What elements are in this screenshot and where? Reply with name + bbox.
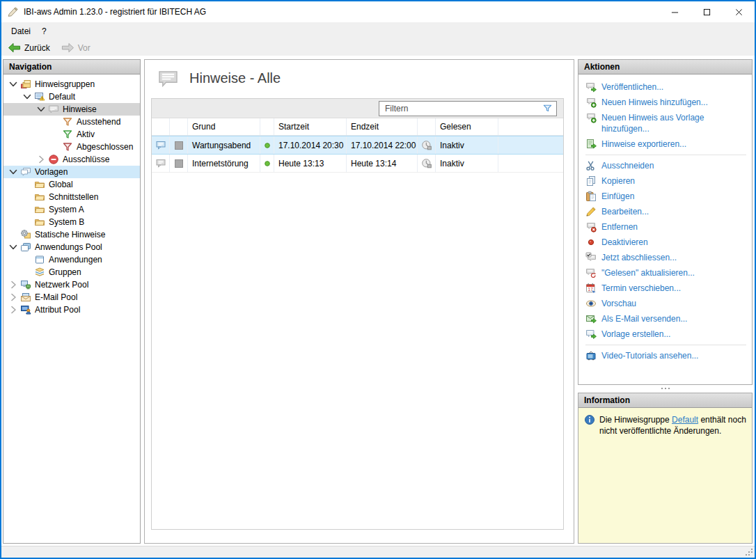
chevron-down-icon[interactable] (8, 79, 19, 90)
calendar-red-icon: 17 (585, 283, 597, 294)
action-gelesen-aktualisieren[interactable]: "Gelesen" aktualisieren... (583, 265, 749, 281)
action-label: Ausschneiden (601, 160, 654, 171)
mail-send-icon (585, 313, 597, 324)
col-gelesen[interactable]: Gelesen (436, 118, 498, 135)
folder-icon (34, 216, 45, 228)
close-button[interactable] (723, 1, 755, 22)
sidebar-item-vorlagen[interactable]: Vorlagen (3, 166, 140, 178)
sidebar-item-statische-hinweise[interactable]: Statische Hinweise (3, 228, 140, 241)
menu-item-datei[interactable]: Datei (6, 24, 36, 38)
status-bar (1, 546, 755, 558)
gray-square-icon (173, 158, 184, 169)
chevron-right-icon[interactable] (8, 304, 19, 315)
sidebar-item-system-a[interactable]: System A (3, 203, 140, 216)
table-row-internetstörung[interactable]: InternetstörungHeute 13:13Heute 13:14Ina… (152, 155, 563, 173)
action-label: Termin verschieben... (601, 283, 681, 294)
action-als-e-mail-versenden[interactable]: Als E-Mail versenden... (583, 311, 749, 326)
sidebar-item-hinweisgruppen[interactable]: Hinweisgruppen (3, 78, 140, 90)
action-video-tutorials-ansehen[interactable]: Video-Tutorials ansehen... (583, 348, 749, 363)
table-header: Grund Startzeit Endzeit Gelesen (152, 118, 563, 136)
chevron-right-icon[interactable] (8, 292, 19, 303)
sidebar-item-schnittstellen[interactable]: Schnittstellen (3, 191, 140, 203)
sidebar-item-attribut-pool[interactable]: Attribut Pool (3, 304, 140, 316)
sidebar-item-hinweise[interactable]: Hinweise (3, 103, 140, 116)
sidebar-item-label: E-Mail Pool (35, 292, 77, 302)
col-grund[interactable]: Grund (188, 118, 260, 135)
back-button[interactable]: Zurück (5, 42, 53, 54)
col-startzeit[interactable]: Startzeit (274, 118, 347, 135)
tv-icon (585, 350, 597, 361)
sidebar-item-anwendungs-pool[interactable]: Anwendungs Pool (3, 241, 140, 253)
sidebar-item-label: Hinweisgruppen (35, 79, 95, 89)
page-export-icon (585, 139, 597, 150)
action-hinweise-exportieren[interactable]: Hinweise exportieren... (583, 136, 749, 152)
sidebar-item-default[interactable]: Default (3, 90, 140, 103)
col-endzeit[interactable]: Endzeit (347, 118, 418, 135)
filter-input[interactable] (381, 103, 542, 114)
sidebar-item-global[interactable]: Global (3, 178, 140, 191)
chevron-right-icon[interactable] (36, 154, 47, 165)
sidebar-item-gruppen[interactable]: Gruppen (3, 266, 140, 278)
back-label: Zurück (24, 43, 50, 53)
gear-box-icon (20, 229, 31, 240)
action-bearbeiten[interactable]: Bearbeiten... (583, 204, 749, 219)
action-neuen-hinweis-aus-vorlage-hinzufügen[interactable]: Neuen Hinweis aus Vorlage hinzufügen... (583, 110, 749, 136)
action-label: Als E-Mail versenden... (601, 313, 687, 324)
back-arrow-icon (8, 42, 21, 53)
chevron-down-icon[interactable] (8, 242, 19, 253)
action-einfügen[interactable]: Einfügen (583, 189, 749, 204)
sidebar-item-anwendungen[interactable]: Anwendungen (3, 253, 140, 266)
maximize-button[interactable] (691, 1, 723, 22)
minimize-button[interactable] (659, 1, 691, 22)
cell-startzeit: 17.10.2014 20:30 (274, 136, 347, 154)
chevron-down-icon[interactable] (8, 166, 19, 178)
bubble-plus-icon (585, 112, 597, 123)
window-title: IBI-aws Admin 1.23.0 - registriert für I… (24, 7, 206, 17)
app-logo-icon (7, 6, 19, 18)
action-deaktivieren[interactable]: Deaktivieren (583, 235, 749, 250)
menu-item-help[interactable]: ? (36, 24, 52, 38)
action-vorschau[interactable]: Vorschau (583, 296, 749, 311)
hinweise-bubble-icon (157, 69, 179, 88)
chevron-down-icon[interactable] (22, 91, 33, 102)
speech-bubble-icon (48, 104, 59, 115)
sidebar-item-ausschlüsse[interactable]: Ausschlüsse (3, 153, 140, 166)
funnel-green-icon (62, 129, 73, 140)
action-label: Vorlage erstellen... (601, 329, 670, 340)
action-neuen-hinweis-hinzufügen[interactable]: Neuen Hinweis hinzufügen... (583, 95, 749, 110)
cell-status-square (170, 155, 188, 172)
cell-endzeit: 17.10.2014 22:00 (347, 136, 418, 154)
sidebar-item-label: Attribut Pool (35, 305, 80, 315)
chevron-spacer (22, 267, 33, 278)
action-entfernen[interactable]: Entfernen (583, 219, 749, 235)
information-body: Die Hinweisgruppe Default enthält noch n… (578, 408, 752, 436)
sidebar-item-aktiv[interactable]: Aktiv (3, 128, 140, 141)
scissors-icon (585, 160, 597, 171)
sidebar-item-system-b[interactable]: System B (3, 216, 140, 228)
app-window: IBI-aws Admin 1.23.0 - registriert für I… (0, 0, 756, 559)
resize-grip[interactable] (744, 547, 753, 556)
forward-button[interactable]: Vor (58, 42, 93, 54)
navigation-panel: Navigation HinweisgruppenDefaultHinweise… (3, 59, 141, 544)
sidebar-item-label: System B (49, 217, 84, 227)
default-group-link[interactable]: Default (672, 415, 698, 425)
panel-splitter[interactable] (578, 386, 753, 391)
action-label: Kopieren (601, 175, 635, 187)
sidebar-item-ausstehend[interactable]: Ausstehend (3, 116, 140, 128)
table-row-wartungsabend[interactable]: Wartungsabend17.10.2014 20:3017.10.2014 … (152, 136, 563, 155)
mail-icon (20, 292, 31, 303)
funnel-red-icon (62, 141, 73, 152)
filter-funnel-icon[interactable] (542, 103, 553, 113)
action-vorlage-erstellen[interactable]: Vorlage erstellen... (583, 326, 749, 342)
action-ausschneiden[interactable]: Ausschneiden (583, 158, 749, 173)
action-kopieren[interactable]: Kopieren (583, 173, 749, 189)
action-termin-verschieben[interactable]: 17Termin verschieben... (583, 281, 749, 296)
sidebar-item-e-mail-pool[interactable]: E-Mail Pool (3, 291, 140, 304)
action-veröffentlichen[interactable]: Veröffentlichen... (583, 79, 749, 95)
chevron-down-icon[interactable] (36, 104, 47, 115)
sidebar-item-netzwerk-pool[interactable]: Netzwerk Pool (3, 278, 140, 291)
sidebar-item-abgeschlossen[interactable]: Abgeschlossen (3, 141, 140, 153)
table-body: Wartungsabend17.10.2014 20:3017.10.2014 … (152, 136, 563, 173)
action-jetzt-abschliessen[interactable]: Jetzt abschliessen... (583, 250, 749, 265)
chevron-right-icon[interactable] (8, 279, 19, 290)
